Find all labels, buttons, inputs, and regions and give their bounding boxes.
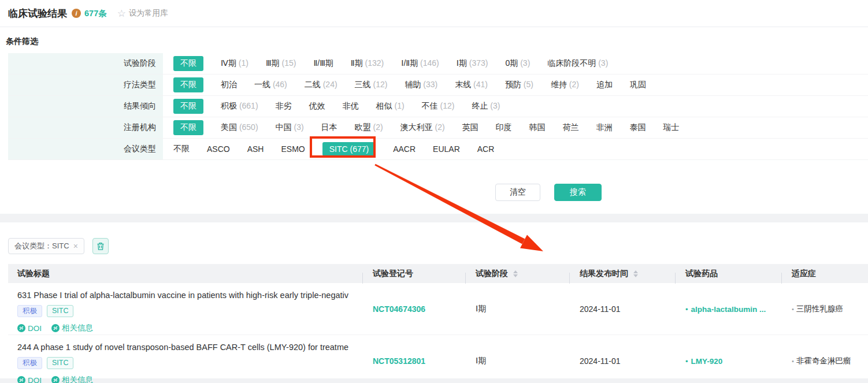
filter-option[interactable]: Ⅱ/Ⅲ期 <box>313 58 333 69</box>
drug-link[interactable]: LMY-920 <box>691 357 723 366</box>
star-icon[interactable]: ☆ <box>117 8 126 20</box>
filter-option[interactable]: AACR <box>393 144 416 154</box>
filter-option[interactable]: 维持 (2) <box>551 80 579 90</box>
sort-asc-icon <box>633 270 638 273</box>
registration-cell: NCT05312801 <box>362 343 465 380</box>
filter-option[interactable]: 英国 <box>462 122 478 133</box>
doc-link[interactable]: DOI <box>17 376 42 383</box>
delete-filters-button[interactable] <box>92 238 109 254</box>
filter-option[interactable]: 不限 <box>173 77 203 92</box>
filter-option[interactable]: 日本 <box>321 122 337 133</box>
filter-option[interactable]: 印度 <box>496 122 512 133</box>
filter-option[interactable]: 荷兰 <box>563 122 579 133</box>
filter-option[interactable]: 不限 <box>173 56 203 71</box>
filter-option[interactable]: 非劣 <box>276 101 292 111</box>
registration-number[interactable]: NCT05312801 <box>373 356 425 366</box>
registration-number[interactable]: NCT04674306 <box>373 304 425 314</box>
section-separator <box>0 214 868 222</box>
filter-option[interactable]: ASH <box>247 144 264 154</box>
filter-option[interactable]: 末线 (41) <box>455 80 488 90</box>
doc-link[interactable]: 相关信息 <box>51 323 93 333</box>
filter-option[interactable]: 欧盟 (2) <box>355 122 383 133</box>
filter-option[interactable]: 终止 (3) <box>472 101 500 111</box>
filter-option[interactable]: Ⅲ期 (15) <box>266 58 296 69</box>
search-button[interactable]: 搜索 <box>554 184 602 201</box>
trial-title-cell: 631 Phase I trial of alpha-lactalbumin v… <box>8 291 362 334</box>
applied-filter-label: 会议类型：SITC <box>14 241 69 251</box>
filter-option-count: (2) <box>371 122 383 132</box>
filter-option[interactable]: 不限 <box>173 99 203 114</box>
filter-option[interactable]: 优效 <box>309 101 325 111</box>
doc-link[interactable]: 相关信息 <box>51 375 93 383</box>
filter-option-text: Ⅱ期 <box>351 58 363 68</box>
filter-option-text: EULAR <box>433 144 460 154</box>
filter-option[interactable]: 瑞士 <box>663 122 680 133</box>
filter-option[interactable]: 初治 <box>221 80 237 90</box>
drug-link[interactable]: alpha-lactalbumin ... <box>691 305 766 314</box>
filter-option[interactable]: Ⅰ期 (373) <box>457 58 488 69</box>
filter-option[interactable]: 不佳 (12) <box>422 101 455 111</box>
filter-option[interactable]: 美国 (650) <box>221 122 258 133</box>
indication-cell: •非霍奇金淋巴瘤 <box>781 343 868 380</box>
link-icon <box>17 376 25 383</box>
doc-link[interactable]: DOI <box>17 324 42 333</box>
filter-option[interactable]: 韩国 <box>529 122 546 133</box>
filter-option[interactable]: 预防 (5) <box>505 80 533 90</box>
filter-option[interactable]: 辅助 (33) <box>405 80 437 90</box>
clear-button[interactable]: 清空 <box>495 184 540 201</box>
trial-title[interactable]: 631 Phase I trial of alpha-lactalbumin v… <box>17 291 348 300</box>
filter-option-text: 临床阶段不明 <box>547 58 596 68</box>
column-header[interactable]: 试验阶段 <box>465 269 569 279</box>
trial-title[interactable]: 244 A phase 1 study of novel transposon-… <box>17 343 348 352</box>
filter-option-count: (46) <box>270 80 287 89</box>
filter-option-text: 非洲 <box>596 122 613 132</box>
publish-date-cell: 2024-11-01 <box>569 291 675 328</box>
filter-option[interactable]: EULAR <box>433 144 460 154</box>
set-favorite-label[interactable]: 设为常用库 <box>129 8 168 18</box>
remove-tag-icon[interactable]: × <box>73 241 78 251</box>
filter-option[interactable]: 不限 <box>173 144 190 154</box>
filter-option[interactable]: 泰国 <box>630 122 646 133</box>
phase-cell: Ⅰ期 <box>465 343 569 380</box>
sort-desc-icon <box>513 274 518 277</box>
table-body: 631 Phase I trial of alpha-lactalbumin v… <box>8 283 868 383</box>
filter-option[interactable]: 巩固 <box>630 80 646 90</box>
filter-option[interactable]: 不限 <box>173 120 203 135</box>
sort-icon[interactable] <box>513 270 518 277</box>
filter-option[interactable]: 相似 (1) <box>376 101 405 111</box>
filter-option-text: 荷兰 <box>563 122 579 132</box>
filter-option[interactable]: Ⅱ期 (132) <box>351 58 384 69</box>
filter-option[interactable]: 非洲 <box>596 122 613 133</box>
sort-icon[interactable] <box>633 270 638 277</box>
filter-option-text: 一线 <box>254 80 270 89</box>
filter-option-text: 美国 <box>221 122 237 132</box>
filter-option[interactable]: 三线 (12) <box>355 80 388 90</box>
filter-option[interactable]: 0期 (3) <box>506 58 531 69</box>
filter-option[interactable]: ACR <box>477 144 495 154</box>
column-header[interactable]: 结果发布时间 <box>569 269 675 279</box>
filter-option[interactable]: Ⅰ/Ⅱ期 (146) <box>401 58 439 69</box>
filter-option[interactable]: 二线 (24) <box>305 80 337 90</box>
filter-option-count: (12) <box>438 101 455 110</box>
link-icon <box>51 376 60 383</box>
filter-options: 不限积极 (661)非劣优效非优相似 (1)不佳 (12)终止 (3) <box>163 96 868 117</box>
filter-row-label: 注册机构 <box>8 117 163 138</box>
filter-option[interactable]: 澳大利亚 (2) <box>400 122 445 133</box>
filter-option-text: 印度 <box>496 122 512 132</box>
filter-option[interactable]: 临床阶段不明 (3) <box>547 58 608 69</box>
column-header: 适应症 <box>781 269 868 279</box>
filter-option[interactable]: 非优 <box>343 101 359 111</box>
filter-option-text: ESMO <box>281 144 305 154</box>
filter-row-label: 疗法类型 <box>8 75 163 95</box>
filter-option[interactable]: ESMO <box>281 144 305 154</box>
info-icon[interactable]: i <box>72 9 81 18</box>
filter-option[interactable]: 一线 (46) <box>254 80 287 90</box>
filter-option[interactable]: ASCO <box>207 144 230 154</box>
filter-option[interactable]: 积极 (661) <box>221 101 258 111</box>
filter-option[interactable]: 追加 <box>596 80 613 90</box>
table-header: 试验标题试验登记号试验阶段结果发布时间试验药品适应症 <box>8 264 868 283</box>
filter-option[interactable]: SITC (677) <box>322 142 376 156</box>
filter-option[interactable]: Ⅳ期 (1) <box>221 58 248 69</box>
filter-option[interactable]: 中国 (3) <box>276 122 304 133</box>
filter-option-count: (146) <box>418 58 439 68</box>
